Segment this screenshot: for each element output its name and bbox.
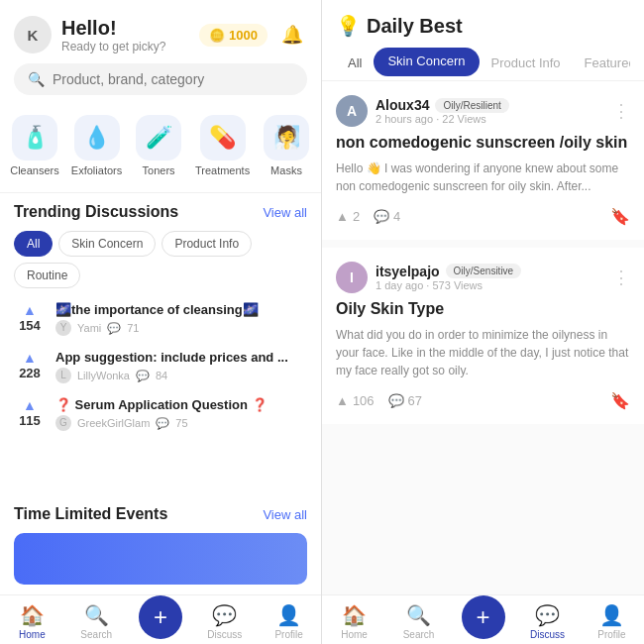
filter-tab-routine[interactable]: Routine [14, 263, 80, 288]
comment-stat[interactable]: 💬 4 [374, 209, 400, 224]
author-initial-icon: Y [55, 320, 71, 336]
trending-header: Trending Discussions View all [14, 203, 307, 221]
vote-section: ▲ 228 [14, 350, 46, 380]
comment-count: 4 [393, 209, 400, 224]
comment-count: 71 [127, 322, 139, 334]
nav-item-right-home[interactable]: 🏠 Home [322, 603, 386, 640]
nav-item-right-discuss[interactable]: 💬 Discuss [515, 603, 580, 640]
profile-icon-right: 👤 [599, 603, 624, 627]
discussion-meta: Y Yami 💬 71 [55, 320, 307, 336]
post-title: non comedogenic sunscreen /oily skin [336, 133, 630, 154]
filter-tab-all[interactable]: All [14, 231, 53, 257]
author-info: itsyelpajo Oily/Sensitive 1 day ago · 57… [376, 264, 604, 291]
vote-arrow-icon: ▲ [23, 397, 37, 413]
bottom-nav-left: 🏠 Home 🔍 Search + 💬 Discuss 👤 Profile [0, 594, 321, 644]
category-icon: 🧖 [264, 115, 309, 161]
comment-stat[interactable]: 💬 67 [388, 393, 422, 408]
more-options-icon[interactable]: ⋮ [612, 267, 630, 288]
comment-count: 84 [156, 370, 167, 381]
category-label: Cleansers [10, 164, 59, 176]
bookmark-icon[interactable]: 🔖 [610, 207, 630, 226]
events-title: Time Limited Events [14, 505, 167, 523]
db-tab-product-info[interactable]: Product Info [480, 48, 573, 80]
author-name-row: Aloux34 Oily/Resilient [376, 97, 604, 113]
coin-value: 1000 [229, 28, 258, 43]
plus-icon[interactable]: + [462, 595, 505, 639]
category-item-masks[interactable]: 🧖 Masks [258, 109, 315, 182]
bookmark-icon[interactable]: 🔖 [610, 391, 630, 410]
plus-icon[interactable]: + [139, 595, 182, 639]
author-name: itsyelpajo [376, 264, 440, 279]
search-input[interactable] [53, 71, 293, 87]
discussion-item[interactable]: ▲ 228 App suggestion: include prices and… [14, 350, 307, 383]
discussion-meta: L LillyWonka 💬 84 [55, 368, 307, 383]
nav-item-search[interactable]: 🔍 Search [64, 603, 129, 640]
category-icon: 🧴 [12, 115, 57, 161]
category-item-toners[interactable]: 🧪 Toners [130, 109, 187, 182]
discussion-item[interactable]: ▲ 154 🌌the importance of cleansing🌌 Y Ya… [14, 302, 307, 336]
nav-item-right-profile[interactable]: 👤 Profile [580, 603, 644, 640]
nav-plus-button[interactable]: + [129, 603, 193, 640]
author-initial-icon: L [55, 368, 71, 383]
db-tab-featured[interactable]: Featured [573, 48, 630, 80]
nav-plus-button[interactable]: + [451, 603, 515, 640]
left-header: K Hello! Ready to get picky? 🪙 1000 🔔 [0, 0, 321, 63]
author-name: LillyWonka [77, 370, 130, 381]
nav-item-home[interactable]: 🏠 Home [0, 603, 64, 640]
author-name: GreekGirlGlam [77, 417, 150, 429]
post-card[interactable]: I itsyelpajo Oily/Sensitive 1 day ago · … [322, 248, 644, 424]
author-name: Yami [77, 322, 101, 334]
more-options-icon[interactable]: ⋮ [612, 100, 630, 122]
post-card[interactable]: A Aloux34 Oily/Resilient 2 hours ago · 2… [322, 81, 644, 240]
divider [0, 192, 321, 193]
event-banner[interactable] [14, 533, 307, 585]
upvote-icon: ▲ [336, 393, 349, 408]
filter-tab-skin-concern[interactable]: Skin Concern [58, 231, 156, 257]
trending-filters: AllSkin ConcernProduct InfoRoutine [14, 231, 307, 288]
discussion-title: App suggestion: include prices and ... [55, 350, 307, 365]
vote-arrow-icon: ▲ [23, 302, 37, 318]
left-panel: K Hello! Ready to get picky? 🪙 1000 🔔 🔍 … [0, 0, 322, 644]
trending-section: Trending Discussions View all AllSkin Co… [0, 203, 321, 505]
db-tab-skin-concern[interactable]: Skin Concern [374, 48, 479, 76]
user-avatar[interactable]: K [14, 16, 52, 54]
nav-item-discuss[interactable]: 💬 Discuss [192, 603, 257, 640]
author-avatar: I [336, 262, 368, 293]
bell-icon[interactable]: 🔔 [277, 20, 307, 50]
profile-icon: 👤 [276, 603, 301, 627]
category-label: Masks [270, 164, 302, 176]
upvote-stat[interactable]: ▲ 2 [336, 209, 360, 224]
vote-arrow-icon: ▲ [23, 350, 37, 366]
right-panel: 💡 Daily Best AllSkin ConcernProduct Info… [322, 0, 644, 644]
category-item-exfoliators[interactable]: 💧 Exfoliators [67, 109, 126, 182]
nav-item-profile[interactable]: 👤 Profile [257, 603, 321, 640]
nav-label-right: Home [341, 629, 368, 640]
comment-count: 67 [408, 393, 422, 408]
events-header: Time Limited Events View all [14, 505, 307, 523]
coin-icon: 🪙 [209, 28, 225, 43]
hello-text: Hello! [61, 17, 189, 40]
upvote-count: 106 [353, 393, 375, 408]
discussion-title: ❓ Serum Application Question ❓ [55, 397, 307, 412]
events-section: Time Limited Events View all [0, 505, 321, 594]
daily-best-label: Daily Best [367, 15, 463, 38]
comment-icon: 💬 [107, 322, 121, 335]
nav-item-right-search[interactable]: 🔍 Search [386, 603, 451, 640]
upvote-stat[interactable]: ▲ 106 [336, 393, 375, 408]
home-icon-right: 🏠 [342, 603, 367, 627]
category-item-cleansers[interactable]: 🧴 Cleansers [6, 109, 63, 182]
events-view-all[interactable]: View all [263, 507, 307, 522]
trending-title: Trending Discussions [14, 203, 178, 221]
search-bar[interactable]: 🔍 [14, 63, 307, 95]
posts-list: A Aloux34 Oily/Resilient 2 hours ago · 2… [322, 81, 644, 594]
discussion-item[interactable]: ▲ 115 ❓ Serum Application Question ❓ G G… [14, 397, 307, 431]
db-tab-all[interactable]: All [336, 48, 374, 80]
discussion-meta: G GreekGirlGlam 💬 75 [55, 415, 307, 431]
category-item-treatments[interactable]: 💊 Treatments [191, 109, 254, 182]
category-label: Treatments [195, 164, 250, 176]
filter-tab-product-info[interactable]: Product Info [161, 231, 252, 257]
trending-view-all[interactable]: View all [263, 205, 307, 220]
category-label: Toners [143, 164, 175, 176]
discuss-icon-right: 💬 [535, 603, 560, 627]
discussions-list: ▲ 154 🌌the importance of cleansing🌌 Y Ya… [14, 302, 307, 431]
